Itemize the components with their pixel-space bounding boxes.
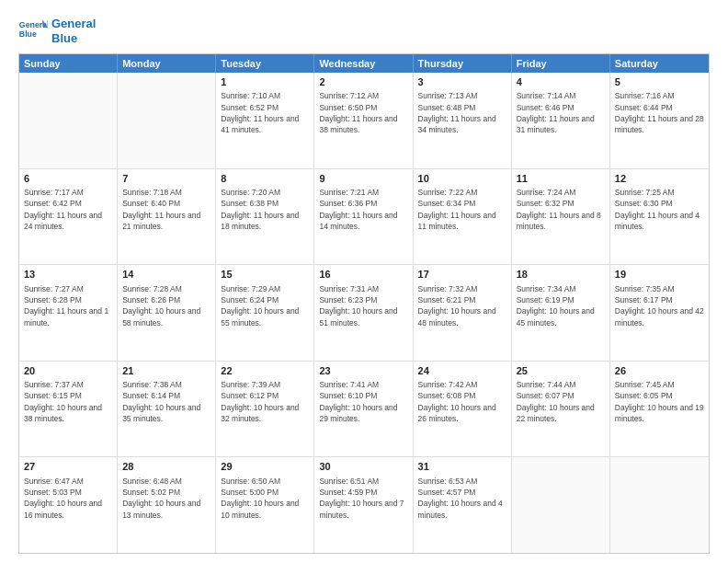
- day-number: 2: [319, 75, 407, 89]
- day-number: 12: [615, 172, 704, 186]
- day-cell-18: 18Sunrise: 7:34 AM Sunset: 6:19 PM Dayli…: [512, 265, 610, 361]
- day-cell-20: 20Sunrise: 7:37 AM Sunset: 6:15 PM Dayli…: [19, 362, 118, 457]
- day-number: 21: [122, 364, 210, 378]
- day-cell-17: 17Sunrise: 7:32 AM Sunset: 6:21 PM Dayli…: [414, 265, 512, 361]
- day-info: Sunrise: 7:42 AM Sunset: 6:08 PM Dayligh…: [418, 379, 506, 424]
- day-cell-30: 30Sunrise: 6:51 AM Sunset: 4:59 PM Dayli…: [314, 457, 413, 553]
- day-cell-empty: [512, 457, 610, 553]
- day-number: 19: [615, 268, 704, 282]
- day-info: Sunrise: 6:50 AM Sunset: 5:00 PM Dayligh…: [221, 476, 309, 521]
- day-info: Sunrise: 7:24 AM Sunset: 6:32 PM Dayligh…: [517, 187, 605, 232]
- calendar-header: SundayMondayTuesdayWednesdayThursdayFrid…: [19, 54, 709, 73]
- day-cell-8: 8Sunrise: 7:20 AM Sunset: 6:38 PM Daylig…: [216, 169, 314, 265]
- day-cell-empty: [610, 457, 709, 553]
- day-number: 26: [615, 364, 704, 378]
- day-cell-10: 10Sunrise: 7:22 AM Sunset: 6:34 PM Dayli…: [414, 169, 512, 265]
- logo: General Blue General Blue: [18, 17, 96, 46]
- day-cell-16: 16Sunrise: 7:31 AM Sunset: 6:23 PM Dayli…: [314, 265, 413, 361]
- day-cell-25: 25Sunrise: 7:44 AM Sunset: 6:07 PM Dayli…: [512, 362, 610, 457]
- day-cell-15: 15Sunrise: 7:29 AM Sunset: 6:24 PM Dayli…: [216, 265, 314, 361]
- day-cell-12: 12Sunrise: 7:25 AM Sunset: 6:30 PM Dayli…: [610, 169, 709, 265]
- day-number: 4: [517, 75, 605, 89]
- day-cell-9: 9Sunrise: 7:21 AM Sunset: 6:36 PM Daylig…: [314, 169, 413, 265]
- calendar: SundayMondayTuesdayWednesdayThursdayFrid…: [18, 53, 710, 554]
- day-cell-empty: [118, 73, 216, 168]
- logo-icon: General Blue: [18, 17, 48, 46]
- day-number: 11: [517, 172, 605, 186]
- day-info: Sunrise: 7:13 AM Sunset: 6:48 PM Dayligh…: [418, 90, 506, 135]
- day-cell-empty: [19, 73, 118, 168]
- day-number: 24: [418, 364, 506, 378]
- day-number: 27: [24, 460, 112, 474]
- day-number: 20: [24, 364, 112, 378]
- day-number: 7: [122, 172, 210, 186]
- day-cell-29: 29Sunrise: 6:50 AM Sunset: 5:00 PM Dayli…: [216, 457, 314, 553]
- day-info: Sunrise: 7:31 AM Sunset: 6:23 PM Dayligh…: [319, 283, 407, 328]
- day-number: 14: [122, 268, 210, 282]
- day-number: 28: [122, 460, 210, 474]
- logo-text: General Blue: [51, 17, 96, 45]
- week-row-4: 20Sunrise: 7:37 AM Sunset: 6:15 PM Dayli…: [19, 361, 709, 457]
- day-cell-27: 27Sunrise: 6:47 AM Sunset: 5:03 PM Dayli…: [19, 457, 118, 553]
- day-number: 6: [24, 172, 112, 186]
- day-info: Sunrise: 7:29 AM Sunset: 6:24 PM Dayligh…: [221, 283, 309, 328]
- day-cell-2: 2Sunrise: 7:12 AM Sunset: 6:50 PM Daylig…: [314, 73, 413, 168]
- week-row-3: 13Sunrise: 7:27 AM Sunset: 6:28 PM Dayli…: [19, 264, 709, 361]
- day-info: Sunrise: 7:35 AM Sunset: 6:17 PM Dayligh…: [615, 283, 704, 328]
- day-number: 23: [319, 364, 407, 378]
- day-number: 31: [418, 460, 506, 474]
- day-info: Sunrise: 7:28 AM Sunset: 6:26 PM Dayligh…: [122, 283, 210, 328]
- day-info: Sunrise: 7:38 AM Sunset: 6:14 PM Dayligh…: [122, 379, 210, 424]
- day-number: 10: [418, 172, 506, 186]
- page: General Blue General Blue SundayMondayTu…: [0, 0, 728, 563]
- day-number: 9: [319, 172, 407, 186]
- day-cell-14: 14Sunrise: 7:28 AM Sunset: 6:26 PM Dayli…: [118, 265, 216, 361]
- day-number: 3: [418, 75, 506, 89]
- week-row-5: 27Sunrise: 6:47 AM Sunset: 5:03 PM Dayli…: [19, 456, 709, 553]
- day-cell-3: 3Sunrise: 7:13 AM Sunset: 6:48 PM Daylig…: [414, 73, 512, 168]
- day-info: Sunrise: 6:53 AM Sunset: 4:57 PM Dayligh…: [418, 476, 506, 521]
- day-info: Sunrise: 7:39 AM Sunset: 6:12 PM Dayligh…: [221, 379, 309, 424]
- day-info: Sunrise: 7:16 AM Sunset: 6:44 PM Dayligh…: [615, 90, 704, 135]
- day-number: 13: [24, 268, 112, 282]
- day-info: Sunrise: 7:22 AM Sunset: 6:34 PM Dayligh…: [418, 187, 506, 232]
- day-number: 1: [221, 75, 309, 89]
- header-day-tuesday: Tuesday: [216, 54, 314, 73]
- day-cell-24: 24Sunrise: 7:42 AM Sunset: 6:08 PM Dayli…: [414, 362, 512, 457]
- day-cell-26: 26Sunrise: 7:45 AM Sunset: 6:05 PM Dayli…: [610, 362, 709, 457]
- day-info: Sunrise: 7:37 AM Sunset: 6:15 PM Dayligh…: [24, 379, 112, 424]
- day-number: 22: [221, 364, 309, 378]
- header-day-friday: Friday: [512, 54, 610, 73]
- week-row-2: 6Sunrise: 7:17 AM Sunset: 6:42 PM Daylig…: [19, 168, 709, 265]
- header-day-saturday: Saturday: [610, 54, 709, 73]
- day-cell-31: 31Sunrise: 6:53 AM Sunset: 4:57 PM Dayli…: [414, 457, 512, 553]
- day-cell-28: 28Sunrise: 6:48 AM Sunset: 5:02 PM Dayli…: [118, 457, 216, 553]
- day-cell-21: 21Sunrise: 7:38 AM Sunset: 6:14 PM Dayli…: [118, 362, 216, 457]
- day-cell-22: 22Sunrise: 7:39 AM Sunset: 6:12 PM Dayli…: [216, 362, 314, 457]
- svg-text:Blue: Blue: [19, 29, 37, 39]
- day-info: Sunrise: 7:18 AM Sunset: 6:40 PM Dayligh…: [122, 187, 210, 232]
- day-info: Sunrise: 7:34 AM Sunset: 6:19 PM Dayligh…: [517, 283, 605, 328]
- day-cell-23: 23Sunrise: 7:41 AM Sunset: 6:10 PM Dayli…: [314, 362, 413, 457]
- day-info: Sunrise: 7:10 AM Sunset: 6:52 PM Dayligh…: [221, 90, 309, 135]
- week-row-1: 1Sunrise: 7:10 AM Sunset: 6:52 PM Daylig…: [19, 73, 709, 168]
- day-info: Sunrise: 7:32 AM Sunset: 6:21 PM Dayligh…: [418, 283, 506, 328]
- day-info: Sunrise: 7:45 AM Sunset: 6:05 PM Dayligh…: [615, 379, 704, 424]
- day-cell-6: 6Sunrise: 7:17 AM Sunset: 6:42 PM Daylig…: [19, 169, 118, 265]
- day-info: Sunrise: 7:17 AM Sunset: 6:42 PM Dayligh…: [24, 187, 112, 232]
- day-cell-19: 19Sunrise: 7:35 AM Sunset: 6:17 PM Dayli…: [610, 265, 709, 361]
- header-day-monday: Monday: [118, 54, 216, 73]
- day-info: Sunrise: 6:51 AM Sunset: 4:59 PM Dayligh…: [319, 476, 407, 521]
- day-info: Sunrise: 7:14 AM Sunset: 6:46 PM Dayligh…: [517, 90, 605, 135]
- day-number: 18: [517, 268, 605, 282]
- day-number: 30: [319, 460, 407, 474]
- day-info: Sunrise: 7:21 AM Sunset: 6:36 PM Dayligh…: [319, 187, 407, 232]
- day-number: 5: [615, 75, 704, 89]
- header: General Blue General Blue: [18, 17, 710, 46]
- day-number: 16: [319, 268, 407, 282]
- header-day-thursday: Thursday: [414, 54, 512, 73]
- day-info: Sunrise: 7:44 AM Sunset: 6:07 PM Dayligh…: [517, 379, 605, 424]
- day-cell-4: 4Sunrise: 7:14 AM Sunset: 6:46 PM Daylig…: [512, 73, 610, 168]
- day-number: 17: [418, 268, 506, 282]
- day-info: Sunrise: 7:27 AM Sunset: 6:28 PM Dayligh…: [24, 283, 112, 328]
